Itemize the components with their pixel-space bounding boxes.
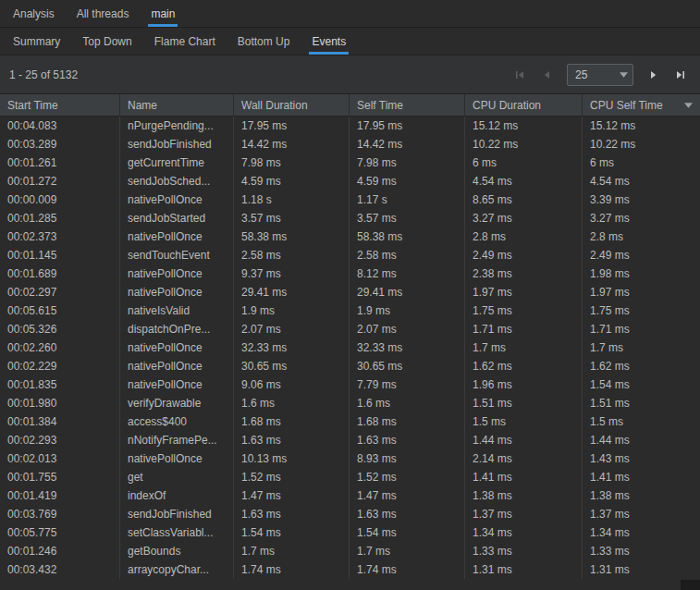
tab-main[interactable]: main <box>140 0 186 27</box>
table-row[interactable]: 00:05.326dispatchOnPre...2.07 ms2.07 ms1… <box>0 320 700 338</box>
cell-self-time: 58.38 ms <box>350 227 465 246</box>
tab-top-down[interactable]: Top Down <box>71 28 142 55</box>
column-header-start-time[interactable]: Start Time <box>0 94 120 116</box>
cell-self-time: 1.6 ms <box>350 394 465 412</box>
table-row[interactable]: 00:01.145sendTouchEvent2.58 ms2.58 ms2.4… <box>0 246 700 264</box>
column-header-cpu-self-time[interactable]: CPU Self Time <box>583 94 700 116</box>
cell-name: getBounds <box>120 542 234 560</box>
scrollbar-corner <box>681 580 700 590</box>
tab-bottom-up[interactable]: Bottom Up <box>227 28 301 55</box>
cell-cpu-duration: 2.38 ms <box>465 264 583 283</box>
cell-start-time: 00:01.689 <box>0 264 120 283</box>
page-size-select[interactable]: 25 <box>567 64 633 86</box>
tab-summary[interactable]: Summary <box>2 28 71 55</box>
cell-start-time: 00:02.229 <box>0 357 120 375</box>
cell-self-time: 2.07 ms <box>350 320 465 338</box>
cell-wall-duration: 1.52 ms <box>234 468 350 486</box>
tab-all-threads[interactable]: All threads <box>66 0 141 27</box>
cell-start-time: 00:02.293 <box>0 431 120 449</box>
last-page-button[interactable] <box>670 65 691 85</box>
cell-wall-duration: 32.33 ms <box>234 338 350 357</box>
cell-wall-duration: 2.58 ms <box>234 246 350 264</box>
pagination-bar: 1 - 25 of 5132 25 <box>0 55 700 94</box>
pager-controls: 25 <box>510 64 691 86</box>
cell-cpu-self-time: 10.22 ms <box>583 135 700 154</box>
table-row[interactable]: 00:05.775setClassVariabl...1.54 ms1.54 m… <box>0 523 700 542</box>
column-label: CPU Self Time <box>590 99 663 112</box>
cell-name: sendJobFinished <box>120 135 234 154</box>
cell-cpu-self-time: 1.75 ms <box>583 301 700 320</box>
cell-cpu-self-time: 1.51 ms <box>583 394 700 412</box>
table-row[interactable]: 00:01.272sendJobSched...4.59 ms4.59 ms4.… <box>0 172 700 191</box>
tab-analysis[interactable]: Analysis <box>2 0 66 27</box>
cell-cpu-self-time: 1.33 ms <box>583 542 700 560</box>
table-row[interactable]: 00:02.260nativePollOnce32.33 ms32.33 ms1… <box>0 338 700 357</box>
cell-name: nativePollOnce <box>120 357 234 375</box>
cell-cpu-self-time: 1.54 ms <box>583 375 700 394</box>
first-page-button[interactable] <box>510 65 530 85</box>
cell-cpu-self-time: 15.12 ms <box>583 117 700 135</box>
table-row[interactable]: 00:01.835nativePollOnce9.06 ms7.79 ms1.9… <box>0 375 700 394</box>
column-label: Start Time <box>7 99 58 112</box>
cell-wall-duration: 1.54 ms <box>234 523 350 542</box>
cell-name: sendJobFinished <box>120 505 234 523</box>
table-row[interactable]: 00:01.246getBounds1.7 ms1.7 ms1.33 ms1.3… <box>0 542 700 560</box>
column-header-name[interactable]: Name <box>120 94 234 116</box>
cell-name: setClassVariabl... <box>120 523 234 542</box>
table-row[interactable]: 00:01.261getCurrentTime7.98 ms7.98 ms6 m… <box>0 154 700 172</box>
cell-start-time: 00:01.419 <box>0 486 120 505</box>
table-row[interactable]: 00:01.384access$4001.68 ms1.68 ms1.5 ms1… <box>0 412 700 431</box>
table-row[interactable]: 00:02.013nativePollOnce10.13 ms8.93 ms2.… <box>0 449 700 468</box>
table-row[interactable]: 00:01.285sendJobStarted3.57 ms3.57 ms3.2… <box>0 209 700 227</box>
cell-cpu-duration: 1.96 ms <box>465 375 583 394</box>
column-label: Name <box>128 99 157 112</box>
cell-self-time: 1.74 ms <box>350 560 465 579</box>
cell-wall-duration: 7.98 ms <box>234 154 350 172</box>
table-row[interactable]: 00:02.373nativePollOnce58.38 ms58.38 ms2… <box>0 227 700 246</box>
table-header: Start TimeNameWall DurationSelf TimeCPU … <box>0 94 700 117</box>
table-row[interactable]: 00:03.769sendJobFinished1.63 ms1.63 ms1.… <box>0 505 700 523</box>
table-row[interactable]: 00:01.419indexOf1.47 ms1.47 ms1.38 ms1.3… <box>0 486 700 505</box>
cell-cpu-self-time: 3.27 ms <box>583 209 700 227</box>
table-row[interactable]: 00:03.432arraycopyChar...1.74 ms1.74 ms1… <box>0 560 700 579</box>
cell-name: nativePollOnce <box>120 227 234 246</box>
cell-self-time: 30.65 ms <box>350 357 465 375</box>
cell-cpu-self-time: 1.41 ms <box>583 468 700 486</box>
table-row[interactable]: 00:00.009nativePollOnce1.18 s1.17 s8.65 … <box>0 191 700 209</box>
table-row[interactable]: 00:01.689nativePollOnce9.37 ms8.12 ms2.3… <box>0 264 700 283</box>
cell-start-time: 00:02.373 <box>0 227 120 246</box>
cell-cpu-duration: 1.97 ms <box>465 283 583 301</box>
cell-self-time: 1.47 ms <box>350 486 465 505</box>
cell-name: arraycopyChar... <box>120 560 234 579</box>
prev-page-button[interactable] <box>536 65 557 85</box>
table-row[interactable]: 00:01.980verifyDrawable1.6 ms1.6 ms1.51 … <box>0 394 700 412</box>
cell-cpu-duration: 1.33 ms <box>465 542 583 560</box>
thread-tabs: AnalysisAll threadsmain <box>0 0 700 28</box>
table-row[interactable]: 00:03.289sendJobFinished14.42 ms14.42 ms… <box>0 135 700 154</box>
cell-wall-duration: 1.63 ms <box>234 505 350 523</box>
tab-flame-chart[interactable]: Flame Chart <box>143 28 227 55</box>
table-row[interactable]: 00:02.229nativePollOnce30.65 ms30.65 ms1… <box>0 357 700 375</box>
cell-cpu-self-time: 1.31 ms <box>583 560 700 579</box>
table-row[interactable]: 00:01.755get1.52 ms1.52 ms1.41 ms1.41 ms <box>0 468 700 486</box>
next-page-button[interactable] <box>644 65 664 85</box>
column-header-cpu-duration[interactable]: CPU Duration <box>465 94 583 116</box>
tab-events[interactable]: Events <box>301 28 357 55</box>
cell-wall-duration: 1.68 ms <box>234 412 350 431</box>
cell-self-time: 1.54 ms <box>350 523 465 542</box>
table-row[interactable]: 00:05.615nativeIsValid1.9 ms1.9 ms1.75 m… <box>0 301 700 320</box>
cell-cpu-self-time: 1.98 ms <box>583 264 700 283</box>
table-row[interactable]: 00:04.083nPurgePending...17.95 ms17.95 m… <box>0 117 700 135</box>
column-header-self-time[interactable]: Self Time <box>350 94 465 116</box>
cell-wall-duration: 1.74 ms <box>234 560 350 579</box>
cell-self-time: 8.93 ms <box>350 449 465 468</box>
cell-start-time: 00:04.083 <box>0 117 120 135</box>
cell-wall-duration: 14.42 ms <box>234 135 350 154</box>
table-row[interactable]: 00:02.293nNotifyFramePe...1.63 ms1.63 ms… <box>0 431 700 449</box>
cell-name: sendTouchEvent <box>120 246 234 264</box>
column-header-wall-duration[interactable]: Wall Duration <box>234 94 350 116</box>
cell-start-time: 00:01.246 <box>0 542 120 560</box>
table-row[interactable]: 00:02.297nativePollOnce29.41 ms29.41 ms1… <box>0 283 700 301</box>
cell-wall-duration: 1.63 ms <box>234 431 350 449</box>
cell-cpu-duration: 1.37 ms <box>465 505 583 523</box>
